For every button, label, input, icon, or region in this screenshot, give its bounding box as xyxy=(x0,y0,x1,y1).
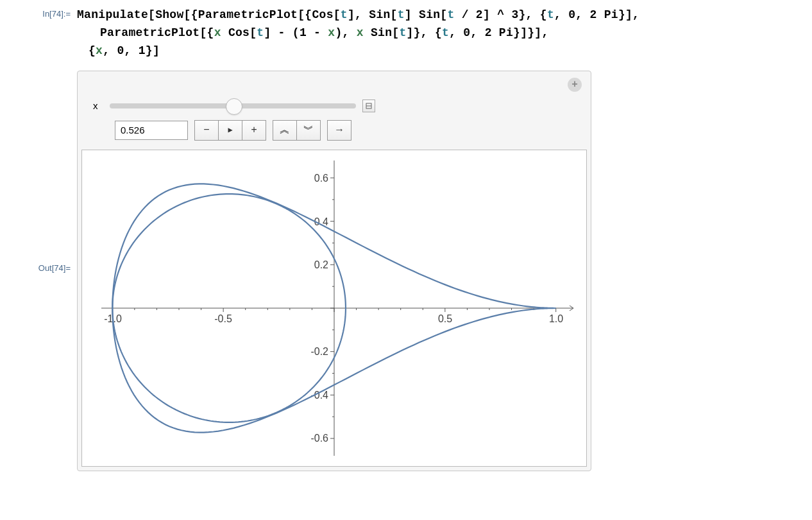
code-content[interactable]: Manipulate[Show[{ParametricPlot[{Cos[t],… xyxy=(77,6,799,60)
tok: x xyxy=(328,26,335,39)
tok: ]}, { xyxy=(407,26,443,39)
tok: Manipulate xyxy=(77,8,148,21)
tok: t xyxy=(341,8,348,21)
chevron-up-double-icon: ︽ xyxy=(280,123,290,137)
tick-label: 0.5 xyxy=(438,313,452,324)
tok: x xyxy=(214,26,221,39)
in-label: In[74]:= xyxy=(13,6,77,19)
tok: [ xyxy=(391,8,398,21)
tok: Cos xyxy=(312,8,333,21)
minus-icon: − xyxy=(203,125,210,136)
play-button[interactable]: ▶ xyxy=(219,120,242,141)
tok: , 0, 2 Pi}], xyxy=(554,8,639,21)
slider-variable-label: x xyxy=(93,100,103,111)
slider-track[interactable] xyxy=(110,103,356,108)
out-label: Out[74]= xyxy=(13,261,77,273)
manipulate-panel: + x − ▶ + xyxy=(77,71,591,471)
tok: t xyxy=(398,8,405,21)
tok: [ xyxy=(440,8,447,21)
tok: { xyxy=(89,44,96,57)
slider-value-field[interactable] xyxy=(115,121,188,140)
step-forward-button[interactable]: + xyxy=(242,120,266,141)
tok: Show xyxy=(155,8,183,21)
tok: ParametricPlot xyxy=(198,8,298,21)
tok: , 0, 1}] xyxy=(103,44,160,57)
plus-icon: + xyxy=(251,125,257,136)
tok: t xyxy=(257,26,264,39)
output-cell: Out[74]= + x − ▶ xyxy=(13,63,799,471)
slider-collapse-button[interactable] xyxy=(362,100,375,112)
tok xyxy=(364,26,371,39)
plus-icon: + xyxy=(571,79,578,91)
tok: x xyxy=(96,44,103,57)
step-back-button[interactable]: − xyxy=(194,120,219,141)
slider-row: x xyxy=(78,71,591,120)
chevron-down-double-icon: ︾ xyxy=(303,123,314,137)
tok: ), xyxy=(335,26,356,39)
faster-button[interactable]: ︽ xyxy=(273,120,297,141)
tok: ] xyxy=(405,8,419,21)
play-icon: ▶ xyxy=(228,125,232,135)
tok: t xyxy=(442,26,449,39)
parametric-plot: -1.0 -0.5 0.5 1.0 0.6 0.4 0.2 -0.2 -0.4 … xyxy=(82,150,586,466)
slower-button[interactable]: ︾ xyxy=(297,120,321,141)
slider-thumb[interactable] xyxy=(226,98,242,115)
tok: Sin xyxy=(369,8,390,21)
tok: Cos xyxy=(228,26,250,39)
tok: [ xyxy=(148,8,155,21)
tok: Sin xyxy=(371,26,392,39)
tok: x xyxy=(357,26,364,39)
tok: [ xyxy=(392,26,399,39)
tick-label: -0.5 xyxy=(214,313,232,324)
tok xyxy=(221,26,228,39)
tok: [{ xyxy=(199,26,214,39)
input-cell: In[74]:= Manipulate[Show[{ParametricPlot… xyxy=(13,6,799,60)
tok: ] - (1 - xyxy=(264,26,328,39)
tick-label: 1.0 xyxy=(549,313,563,324)
tok: ParametricPlot xyxy=(100,26,199,39)
tok: ], xyxy=(348,8,369,21)
tick-label: 0.2 xyxy=(314,259,328,270)
tok: t xyxy=(399,26,406,39)
bookmarks-button[interactable]: + xyxy=(568,78,582,92)
plot-area: -1.0 -0.5 0.5 1.0 0.6 0.4 0.2 -0.2 -0.4 … xyxy=(81,150,587,467)
tick-label: 0.6 xyxy=(314,173,328,184)
tok: Sin xyxy=(419,8,440,21)
animation-controls: − ▶ + ︽ ︾ → xyxy=(78,120,591,150)
tok: [ xyxy=(334,8,341,21)
direction-button[interactable]: → xyxy=(327,120,351,141)
tok: t xyxy=(447,8,454,21)
collapse-icon xyxy=(366,103,372,109)
tok: , 0, 2 Pi}]}], xyxy=(449,26,548,39)
arrow-right-icon: → xyxy=(336,125,343,136)
tick-label: -0.2 xyxy=(310,346,328,357)
tok: t xyxy=(547,8,554,21)
tok: [{ xyxy=(298,8,312,21)
tok: / 2] ^ 3}, { xyxy=(455,8,547,21)
tok: [{ xyxy=(184,8,198,21)
tick-label: -0.6 xyxy=(310,433,328,444)
tok: [ xyxy=(250,26,257,39)
